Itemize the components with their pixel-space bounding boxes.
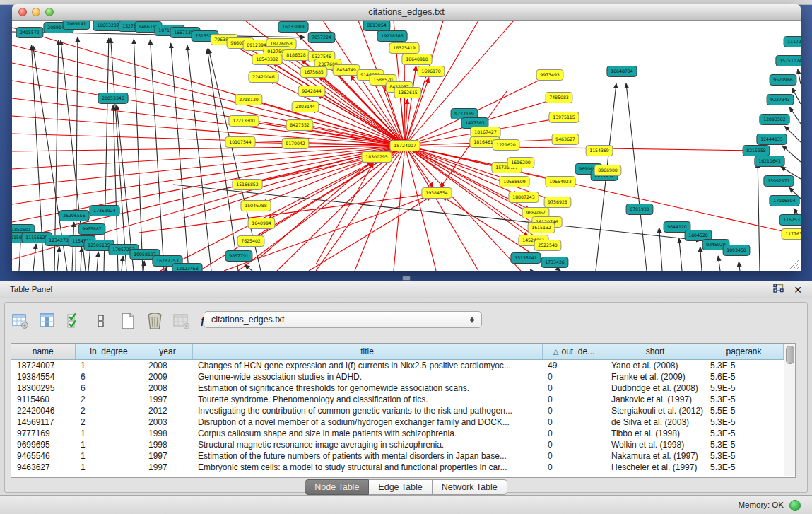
network-node[interactable]: 1362615 — [394, 88, 421, 98]
network-node[interactable]: 12213300 — [229, 116, 259, 127]
network-edge[interactable] — [57, 247, 59, 271]
network-node[interactable]: 19654923 — [546, 177, 575, 187]
network-node[interactable]: 6791930 — [626, 204, 653, 215]
network-node[interactable]: 10107544 — [225, 137, 255, 148]
row-height-icon[interactable] — [91, 310, 111, 332]
network-node[interactable]: 16543382 — [252, 54, 282, 65]
network-node[interactable]: 18325419 — [389, 43, 419, 54]
create-table-icon[interactable] — [118, 310, 138, 332]
network-edge[interactable] — [111, 38, 126, 271]
network-node[interactable]: 2522540 — [534, 240, 561, 251]
network-node[interactable]: 9463627 — [552, 134, 579, 145]
window-resize-grip[interactable] — [789, 259, 799, 269]
network-node[interactable]: 12923468 — [172, 264, 202, 271]
network-node[interactable]: 9857791 — [225, 251, 252, 262]
network-node[interactable]: 19218586 — [377, 31, 407, 42]
network-node[interactable]: 8186328 — [283, 50, 310, 61]
network-node[interactable]: 1167533 — [779, 215, 801, 226]
network-node[interactable]: 1696170 — [418, 66, 445, 77]
network-node[interactable]: 18807243 — [509, 192, 539, 203]
network-node[interactable]: 1675685 — [300, 67, 327, 78]
tab-edge-table[interactable]: Edge Table — [369, 479, 432, 495]
column-header-year[interactable]: year — [143, 344, 192, 360]
network-edge[interactable] — [404, 54, 405, 146]
network-edge[interactable] — [12, 146, 405, 187]
network-node[interactable]: 1221620 — [493, 140, 519, 151]
column-header-in_degree[interactable]: in_degree — [75, 344, 143, 360]
network-edge[interactable] — [659, 228, 662, 271]
network-node[interactable]: 2803144 — [292, 102, 319, 112]
network-node[interactable]: 13975115 — [549, 112, 579, 123]
network-edge[interactable] — [12, 146, 405, 151]
network-node[interactable]: 1117207 — [784, 37, 801, 47]
network-node[interactable]: 18300295 — [362, 152, 392, 163]
network-edge[interactable] — [12, 146, 405, 240]
network-edge[interactable] — [143, 261, 144, 271]
network-node[interactable]: 12444135 — [757, 134, 787, 145]
network-node[interactable]: 9529966 — [770, 75, 796, 86]
close-panel-icon[interactable]: ✕ — [794, 284, 802, 296]
network-node[interactable]: 7857224 — [308, 33, 335, 43]
network-node[interactable]: 19384554 — [422, 188, 452, 199]
tab-node-table[interactable]: Node Table — [305, 479, 369, 495]
network-node[interactable]: 16648784 — [607, 66, 637, 77]
import-table-icon[interactable] — [172, 310, 192, 332]
network-edge[interactable] — [259, 161, 372, 258]
network-node[interactable]: 16033809 — [278, 22, 308, 33]
network-node[interactable]: 10688609 — [500, 177, 529, 187]
network-node[interactable]: 9170042 — [282, 139, 309, 149]
network-node[interactable]: 2405572 — [16, 28, 43, 38]
network-node[interactable]: 8813054 — [363, 21, 390, 31]
float-panel-icon[interactable] — [773, 284, 784, 296]
tab-network-table[interactable]: Network Table — [433, 479, 507, 495]
table-row[interactable]: 969969511998Structural magnetic resonanc… — [11, 439, 783, 450]
network-edge[interactable] — [718, 256, 720, 271]
network-node[interactable]: 9756928 — [544, 197, 571, 208]
network-node[interactable]: 18640910 — [402, 54, 432, 65]
network-node[interactable]: 1640994 — [248, 218, 275, 229]
network-edge[interactable] — [207, 49, 238, 271]
network-edge[interactable] — [405, 146, 750, 151]
network-edge[interactable] — [782, 146, 801, 162]
network-edge[interactable] — [255, 102, 405, 146]
network-node[interactable]: 2069141 — [63, 21, 90, 30]
column-header-name[interactable]: name — [11, 344, 75, 360]
network-node[interactable]: 8966900 — [594, 165, 621, 176]
table-row[interactable]: 911546021997Tourette syndrome. Phenomeno… — [11, 394, 783, 405]
network-node[interactable]: 17359924 — [90, 206, 119, 216]
network-node[interactable]: 9973493 — [536, 70, 563, 81]
network-edge[interactable] — [798, 69, 801, 84]
network-node[interactable]: 15751074 — [776, 56, 801, 66]
network-node[interactable]: 7485083 — [546, 93, 572, 103]
network-edge[interactable] — [97, 252, 98, 271]
column-header-title[interactable]: title — [192, 344, 542, 360]
network-edge[interactable] — [12, 146, 405, 204]
table-row[interactable]: 1456911722003Disruption of a novel membe… — [11, 416, 783, 428]
network-node[interactable]: 1616200 — [507, 158, 534, 168]
network-edge[interactable] — [166, 267, 167, 271]
network-node[interactable]: 12093582 — [760, 115, 789, 125]
delete-table-icon[interactable] — [145, 310, 165, 332]
network-edge[interactable] — [758, 163, 760, 271]
network-node[interactable]: 9242844 — [298, 86, 325, 97]
column-header-pagerank[interactable]: pagerank — [705, 344, 783, 360]
network-edge[interactable] — [171, 43, 189, 271]
network-edge[interactable] — [405, 66, 416, 146]
network-node[interactable]: 15992971 — [764, 176, 794, 187]
table-row[interactable]: 1830029562008Estimation of significance … — [11, 382, 783, 394]
network-node[interactable]: 20053346 — [98, 93, 128, 104]
table-row[interactable]: 977716911998Corpus callosum shape and si… — [11, 428, 783, 439]
network-edge[interactable] — [33, 244, 36, 271]
network-node[interactable]: 2718120 — [235, 95, 262, 105]
network-node[interactable]: 10167427 — [471, 127, 500, 138]
network-edge[interactable] — [530, 269, 531, 271]
network-node[interactable]: 1093450 — [723, 245, 750, 256]
network-node[interactable]: 1733426 — [541, 257, 568, 268]
network-node[interactable]: 22420046 — [249, 72, 278, 83]
network-edge[interactable] — [104, 38, 109, 271]
network-node[interactable]: 1177635 — [782, 229, 801, 240]
network-node[interactable]: 18724007 — [390, 141, 420, 151]
table-row[interactable]: 2242004622012Investigating the contribut… — [11, 405, 783, 416]
network-node[interactable]: 9975887 — [78, 224, 105, 235]
panel-splitter-handle[interactable] — [402, 276, 411, 281]
